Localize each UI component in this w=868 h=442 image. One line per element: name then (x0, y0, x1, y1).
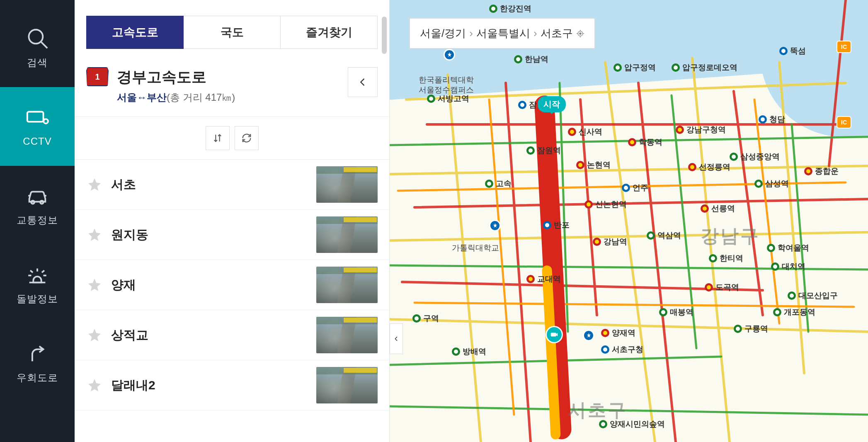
station-marker[interactable]: 양재역 (601, 328, 635, 338)
station-marker[interactable]: 삼성역 (754, 178, 789, 189)
station-marker[interactable]: 구룡역 (734, 323, 768, 334)
start-marker[interactable]: 시작 (536, 96, 568, 134)
station-marker[interactable]: 도곡역 (705, 282, 739, 293)
cctv-pin[interactable] (546, 326, 563, 343)
station-marker[interactable]: 학동역 (628, 137, 662, 148)
station-marker[interactable]: 한티역 (709, 253, 743, 264)
svg-line-39 (415, 303, 854, 307)
station-marker[interactable]: 삼성중앙역 (730, 151, 780, 162)
favorite-toggle[interactable] (86, 277, 103, 293)
station-dot-icon (584, 200, 593, 209)
list-item[interactable]: 상적교 (75, 310, 389, 360)
station-marker[interactable]: 선정릉역 (688, 162, 730, 172)
nav-item-detour[interactable]: 우회도로 (0, 323, 75, 402)
nav-item-cctv[interactable]: CCTV (0, 87, 75, 166)
station-marker[interactable]: 한강진역 (489, 3, 531, 14)
station-marker[interactable]: 선릉역 (701, 203, 735, 214)
station-marker[interactable]: 강남구청역 (676, 124, 726, 135)
refresh-button[interactable] (235, 126, 259, 150)
favorite-toggle[interactable] (86, 327, 103, 343)
cctv-thumbnail[interactable] (316, 267, 378, 303)
detour-icon (25, 341, 49, 365)
station-marker[interactable]: 역삼역 (647, 230, 681, 241)
list-item[interactable]: 달래내2 (75, 360, 389, 410)
sort-button[interactable] (206, 126, 230, 150)
station-marker[interactable]: 양재시민의숲역 (599, 419, 665, 430)
interchange-badge[interactable]: IC (836, 41, 851, 53)
station-marker[interactable]: 뚝섬 (779, 46, 806, 56)
svg-line-34 (390, 406, 868, 415)
nav-item-incident[interactable]: 돌발정보 (0, 245, 75, 323)
siren-icon (25, 262, 49, 287)
star-icon (87, 227, 102, 242)
station-marker[interactable]: 잠원역 (526, 145, 561, 156)
collapse-panel-button[interactable] (390, 323, 403, 354)
station-marker[interactable]: 교대역 (526, 274, 561, 284)
station-marker[interactable]: 신사역 (568, 126, 602, 137)
tab-favorites[interactable]: 즐겨찾기 (281, 16, 378, 49)
tab-national[interactable]: 국도 (184, 16, 281, 49)
station-marker[interactable]: 압구정역 (613, 62, 656, 73)
station-label: 강남역 (604, 236, 627, 247)
station-marker[interactable]: 개포동역 (773, 307, 815, 318)
station-marker[interactable]: 대치역 (771, 261, 805, 272)
chevron-left-icon (357, 76, 369, 88)
cctv-thumbnail[interactable] (316, 216, 378, 253)
station-marker[interactable]: 압구정로데오역 (672, 62, 737, 73)
favorite-toggle[interactable] (86, 226, 103, 243)
station-marker[interactable]: 매봉역 (659, 307, 693, 318)
cctv-thumbnail[interactable] (316, 317, 378, 353)
highway-number-shield: 1 (86, 67, 109, 86)
poi-icon (492, 223, 498, 229)
station-marker[interactable]: 신논현역 (584, 199, 627, 210)
station-marker[interactable]: 언주 (622, 182, 648, 193)
back-button[interactable] (348, 67, 378, 97)
highway-header: 1 경부고속도로 서울↔부산(총 거리 417㎞) (75, 49, 389, 117)
station-marker[interactable]: 고속 (485, 178, 512, 189)
station-marker[interactable]: 논현역 (576, 160, 611, 170)
station-dot-icon (788, 291, 796, 300)
station-label: 한강진역 (500, 3, 531, 14)
station-dot-icon (485, 180, 493, 188)
interchange-badge[interactable]: IC (836, 116, 851, 129)
chevron-left-icon (393, 334, 400, 344)
list-item[interactable]: 원지동 (75, 210, 389, 260)
station-dot-icon (771, 262, 779, 271)
station-dot-icon (734, 325, 742, 333)
svg-rect-42 (551, 333, 556, 336)
location-breadcrumb[interactable]: 서울/경기 › 서울특별시 › 서초구 (410, 18, 595, 49)
poi-marker[interactable] (489, 220, 501, 231)
station-marker[interactable]: 종합운 (804, 166, 839, 177)
station-dot-icon (705, 283, 713, 291)
station-marker[interactable]: 구역 (412, 313, 439, 324)
nav-item-traffic[interactable]: 교통정보 (0, 166, 75, 245)
station-marker[interactable]: 반포 (543, 220, 570, 231)
station-marker[interactable]: 서초구청 (601, 344, 643, 355)
station-marker[interactable]: 강남역 (593, 236, 627, 247)
station-label: 대모산입구 (798, 290, 838, 301)
cctv-thumbnail[interactable] (316, 367, 378, 403)
station-dot-icon (754, 180, 763, 188)
list-item[interactable]: 서초 (75, 160, 389, 210)
cctv-thumbnail[interactable] (316, 166, 378, 203)
poi-marker[interactable] (583, 330, 594, 341)
station-label: 양재시민의숲역 (610, 419, 665, 430)
favorite-toggle[interactable] (86, 176, 103, 193)
station-marker[interactable]: 청담 (759, 114, 785, 125)
station-marker[interactable]: 방배역 (452, 346, 486, 357)
nav-item-search[interactable]: 검색 (0, 8, 75, 87)
station-dot-icon (543, 221, 551, 229)
favorite-toggle[interactable] (86, 377, 103, 393)
poi-marker[interactable] (444, 49, 455, 61)
traffic-map[interactable]: 시작 IC IC 서울/경기 › 서울특별시 › 서초구 한강진역한남역서빙고역… (390, 0, 868, 442)
station-marker[interactable]: 학여울역 (767, 243, 809, 253)
station-marker[interactable]: 한남역 (514, 54, 548, 65)
list-item[interactable]: 양재 (75, 260, 389, 310)
station-label: 삼성중앙역 (740, 151, 780, 162)
tab-expressway[interactable]: 고속도로 (86, 16, 184, 49)
station-label: 양재역 (612, 328, 635, 338)
scrollbar[interactable] (382, 17, 387, 54)
station-marker[interactable]: 대모산입구 (788, 290, 838, 301)
station-dot-icon (452, 347, 460, 356)
list-tools (75, 117, 389, 160)
